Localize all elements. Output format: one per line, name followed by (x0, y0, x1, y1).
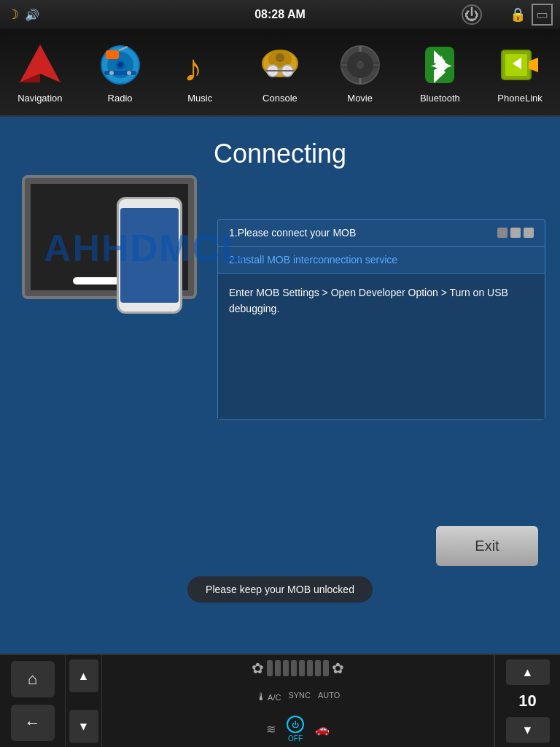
fan-bar-2 (275, 660, 281, 676)
nav-item-bluetooth[interactable]: ✦ Bluetooth (403, 42, 476, 104)
svg-point-14 (276, 53, 284, 62)
ac-icon: 🌡 (256, 691, 266, 703)
fan-control-section: ✿ ✿ 🌡 A/C SYNC AUTO ≋ ⏻ (102, 655, 494, 747)
nav-item-radio[interactable]: Radio (84, 42, 157, 104)
page-title: Connecting (214, 139, 346, 169)
svg-rect-27 (340, 62, 381, 68)
lock-icon: 🔒 (510, 7, 526, 23)
fan-right-icon: ✿ (332, 659, 344, 677)
instructions-text: Enter MOB Settings > Open Developer Opti… (229, 285, 534, 317)
fan-bar-3 (283, 660, 289, 676)
nav-label-phonelink: PhoneLink (497, 93, 542, 104)
svg-text:♪: ♪ (184, 47, 203, 87)
power-off-button[interactable]: ⏻ OFF (287, 716, 304, 743)
nav-item-movie[interactable]: Movie (324, 42, 397, 104)
fan-sync-label: SYNC (288, 691, 311, 703)
nav-label-music: Music (187, 93, 212, 104)
fan-bar-6 (307, 660, 313, 676)
fan-bar-8 (323, 660, 329, 676)
vent-icon: ≋ (266, 722, 276, 736)
fan-ac-label: 🌡 A/C (256, 691, 281, 703)
fan-bars (267, 660, 329, 676)
moon-icon: ☽ (7, 7, 19, 23)
fan-bar-4 (291, 660, 297, 676)
fan-bar-1 (267, 660, 273, 676)
power-button-icon[interactable]: ⏻ (462, 4, 482, 25)
fan-top-controls: ✿ ✿ (252, 659, 344, 677)
svg-point-7 (118, 63, 122, 67)
temp-value: 10 (518, 692, 536, 711)
nav-item-music[interactable]: ♪ Music (163, 42, 236, 104)
fan-bar-5 (299, 660, 305, 676)
status-left: ☽ 🔊 (7, 7, 39, 23)
svg-text:✦: ✦ (429, 52, 453, 82)
status-time: 08:28 AM (254, 8, 306, 21)
phone-illustration (15, 175, 219, 409)
nav-icon-movie (337, 42, 384, 88)
nav-item-console[interactable]: Console (244, 42, 316, 104)
main-content: Connecting AHHDMCL 1.Please connect your… (0, 117, 560, 654)
status-right: ⏻ 🔒 ▭ (462, 4, 553, 26)
svg-rect-8 (104, 71, 136, 75)
nav-icon-console (257, 42, 303, 88)
back-button[interactable]: ← (11, 705, 55, 741)
status-bar: ☽ 🔊 08:28 AM ⏻ 🔒 ▭ (0, 0, 560, 29)
home-back-section: ⌂ ← (0, 655, 66, 747)
dot-3 (524, 228, 534, 238)
temp-up-button[interactable]: ▲ (506, 659, 550, 685)
nav-icon-music: ♪ (176, 42, 223, 88)
nav-item-phonelink[interactable]: PhoneLink (483, 42, 556, 104)
fan-auto-label: AUTO (318, 691, 340, 703)
car-icon: 🚗 (315, 722, 330, 736)
nav-icon-navigation (17, 42, 63, 88)
fan-left-icon: ✿ (252, 659, 264, 677)
step2-title: 2.Install MOB interconnection service (229, 254, 397, 266)
fan-bottom-controls: ≋ ⏻ OFF 🚗 (266, 716, 330, 743)
svg-rect-4 (106, 50, 119, 59)
step-dots (497, 228, 534, 238)
phone-graphic (117, 197, 182, 314)
nav-icon-phonelink (497, 42, 543, 88)
unlock-notice: Please keep your MOB unlocked (187, 576, 373, 603)
nav-label-navigation: Navigation (18, 93, 62, 104)
step1-title: 1.Please connect your MOB (229, 227, 356, 239)
step2-row: 2.Install MOB interconnection service (218, 247, 545, 274)
power-circle: ⏻ (287, 716, 304, 733)
fan-bar-7 (315, 660, 321, 676)
fan-labels: 🌡 A/C SYNC AUTO (256, 691, 341, 703)
nav-label-bluetooth: Bluetooth (420, 93, 460, 104)
dot-2 (510, 228, 521, 238)
steps-panel: 1.Please connect your MOB 2.Install MOB … (217, 219, 545, 420)
nav-icon-bluetooth: ✦ (416, 42, 463, 88)
dot-1 (497, 228, 508, 238)
svg-point-10 (127, 71, 131, 75)
fan-up-button[interactable]: ▲ (69, 659, 98, 692)
svg-point-9 (109, 71, 114, 75)
nav-label-radio: Radio (108, 93, 133, 104)
nav-label-console: Console (262, 93, 298, 104)
bottom-bar: ⌂ ← ▲ ▼ ✿ ✿ 🌡 A/C (0, 654, 560, 747)
nav-icon-radio (97, 42, 144, 88)
step1-header: 1.Please connect your MOB (218, 220, 545, 247)
exit-button[interactable]: Exit (436, 526, 538, 566)
temp-right-section: ▲ 10 ▼ (494, 655, 560, 747)
nav-item-navigation[interactable]: Navigation (4, 42, 77, 104)
temp-down-button[interactable]: ▼ (506, 717, 550, 743)
home-button[interactable]: ⌂ (11, 661, 55, 697)
phone-screen (120, 208, 179, 303)
nav-bar: Navigation Radio ♪ Music (0, 29, 560, 117)
fan-up-section: ▲ ▼ (66, 655, 102, 747)
volume-icon: 🔊 (25, 8, 39, 22)
step-instructions: Enter MOB Settings > Open Developer Opti… (218, 274, 545, 419)
nav-label-movie: Movie (347, 93, 373, 104)
fan-down-button[interactable]: ▼ (69, 710, 98, 743)
window-icon: ▭ (532, 4, 553, 26)
power-off-label: OFF (288, 735, 303, 743)
